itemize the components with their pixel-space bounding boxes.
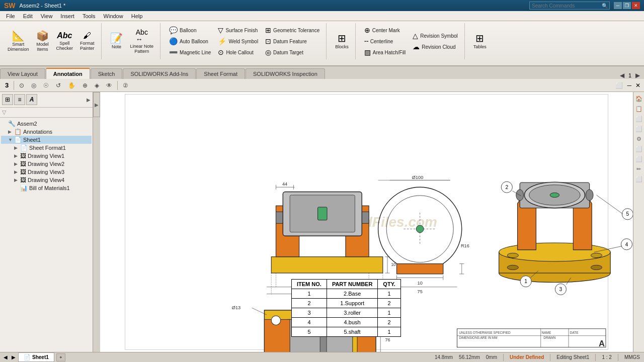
area-hatch-btn[interactable]: ▨ Area Hatch/Fill [362,47,409,57]
minimize-btn[interactable]: ─ [614,2,622,9]
title-bar: SW Assem2 - Sheet1 * 🔍 ─ ❐ ✕ [0,0,644,11]
view-num-btn[interactable]: ② [120,81,131,90]
zoom-in-btn[interactable]: ◎ [28,81,39,90]
tab-solidworks-addins[interactable]: SOLIDWORKS Add-Ins [123,68,196,79]
spell-checker-btn[interactable]: Abc SpellChecker [54,30,76,52]
smart-dimension-btn[interactable]: 📐 SmartDimension [5,29,32,53]
menu-view[interactable]: View [37,12,57,20]
restore-btn[interactable]: ❐ [623,2,631,9]
drawingview-icon: 🖼 [20,152,26,159]
note-btn[interactable]: 📝 Note [108,32,126,51]
tab-solidworks-inspection[interactable]: SOLIDWORKS Inspection [246,68,325,79]
centerline-btn[interactable]: ╌ Centerline [362,36,409,46]
pan-btn[interactable]: ✋ [65,81,78,90]
search-input[interactable] [529,2,610,10]
ribbon-group-tables: ⊞ Tables [469,23,493,59]
right-edit-btn[interactable]: ✏ [634,164,643,173]
bom-qty: 1 [378,289,400,299]
prev-page-btn[interactable]: ◀ [620,72,624,79]
model-items-icon: 📦 [36,31,49,41]
tree-arrow: ▶ [8,129,14,134]
menu-help[interactable]: Help [127,12,147,20]
window-restore-btn[interactable]: ⬜ [614,82,624,89]
svg-text:R16: R16 [461,243,469,248]
close-btn[interactable]: ✕ [632,2,640,9]
right-settings-btn[interactable]: ⚙ [634,134,643,143]
magnetic-line-btn[interactable]: ➖ Magnetic Line [167,47,213,57]
window-min-btn[interactable]: ─ [625,82,633,89]
tables-btn[interactable]: ⊞ Tables [471,32,489,51]
menu-edit[interactable]: Edit [19,12,37,20]
model-items-btn[interactable]: 📦 ModelItems [34,29,52,53]
tab-sketch[interactable]: Sketch [91,68,123,79]
right-box1-btn[interactable]: ⬜ [634,114,643,123]
tree-item-bom[interactable]: 📊 Bill of Materials1 [1,184,92,192]
menu-file[interactable]: File [2,12,19,20]
zoom-to-fit-btn[interactable]: ⊙ [16,81,27,90]
display-style-btn[interactable]: 👁 [103,81,115,90]
svg-text:Ø13: Ø13 [232,305,240,310]
datum-target-btn[interactable]: ◎ Datum Target [263,47,322,57]
tab-annotation[interactable]: Annotation [46,68,90,79]
status-editing: Editing Sheet1 [556,354,589,360]
title-text: Assem2 - Sheet1 * [20,3,66,9]
menu-tools[interactable]: Tools [78,12,100,20]
linear-note-btn[interactable]: Abc↔ Linear NotePattern [128,27,156,55]
sheet-tab-sheet1[interactable]: 📄 Sheet1 [18,352,54,362]
right-box5-btn[interactable]: ⬜ [634,174,643,184]
sidebar-view-btn2[interactable]: ≡ [14,94,25,105]
tree-item-sheetformat1[interactable]: ▶ 📄 Sheet Format1 [1,144,92,152]
revision-symbol-btn[interactable]: △ Revision Symbol [410,31,460,41]
tree-item-drawingview4[interactable]: ▶ 🖼 Drawing View4 [1,176,92,184]
menu-window[interactable]: Window [100,12,127,20]
revision-cloud-btn[interactable]: ☁ Revision Cloud [410,42,460,52]
datum-feature-icon: ⊡ [265,37,271,45]
sidebar-collapse-btn[interactable]: ▶ [93,92,100,117]
tab-sheet-format[interactable]: Sheet Format [196,68,245,79]
right-palette-btn[interactable]: 📋 [634,104,643,113]
next-sheet-btn[interactable]: ▶ [10,354,17,360]
tab-view-layout[interactable]: View Layout [0,68,45,79]
sidebar-expand-btn[interactable]: ▶ [87,97,91,103]
drawing-area[interactable]: QuedFiles.com [100,92,633,352]
format-painter-btn[interactable]: 🖌 FormatPainter [77,30,97,52]
tab-bar: View Layout Annotation Sketch SOLIDWORKS… [0,66,644,79]
tree-item-drawingview2[interactable]: ▶ 🖼 Drawing View2 [1,160,92,168]
section-btn[interactable]: ◈ [92,81,102,90]
surface-finish-btn[interactable]: ▽ Surface Finish [215,25,261,35]
search-icon: 🔍 [602,3,608,9]
menu-insert[interactable]: Insert [56,12,78,20]
view-orient-btn[interactable]: ⊕ [79,81,91,90]
rotate-btn[interactable]: ↺ [53,81,64,90]
zoom-out-btn[interactable]: ☉ [40,81,52,90]
balloon-btn[interactable]: 💬 Balloon [167,25,213,35]
drawingview-icon3: 🖼 [20,168,26,175]
tree-item-drawingview1[interactable]: ▶ 🖼 Drawing View1 [1,152,92,160]
weld-symbol-btn[interactable]: ⚡ Weld Symbol [215,36,261,46]
right-box3-btn[interactable]: ⬜ [634,144,643,153]
right-home-btn[interactable]: 🏠 [634,94,643,103]
blocks-btn[interactable]: ⊞ Blocks [333,32,351,51]
tree-item-annotations[interactable]: ▶ 📋 Annotations [1,128,92,136]
tree-arrow: ▼ [8,137,14,142]
center-mark-btn[interactable]: ⊕ Center Mark [362,25,409,35]
hole-callout-btn[interactable]: ⊙ Hole Callout [215,47,261,57]
tree-item-sheet1[interactable]: ▼ 📄 Sheet1 [1,136,92,144]
svg-point-59 [416,225,424,233]
geo-tolerance-btn[interactable]: ⊞ Geometric Tolerance [263,25,322,35]
tree-item-drawingview3[interactable]: ▶ 🖼 Drawing View3 [1,168,92,176]
annotations-icon: 📋 [14,128,22,135]
right-box4-btn[interactable]: ⬜ [634,154,643,163]
sidebar-view-btn3[interactable]: A [26,94,37,105]
next-page-btn[interactable]: ▶ [635,72,640,79]
add-sheet-btn[interactable]: + [56,353,65,361]
right-box2-btn[interactable]: ⬜ [634,124,643,133]
prev-sheet-btn[interactable]: ◀ [2,354,9,360]
datum-feature-btn[interactable]: ⊡ Datum Feature [263,36,322,46]
sidebar-view-btn1[interactable]: ⊞ [2,94,13,105]
tree-item-assem2[interactable]: 🔧 Assem2 [1,120,92,128]
svg-point-13 [550,193,559,197]
bom-item: 2 [292,299,327,308]
window-max-btn[interactable]: ✕ [634,82,642,89]
auto-balloon-btn[interactable]: 🔵 Auto Balloon [167,36,213,46]
